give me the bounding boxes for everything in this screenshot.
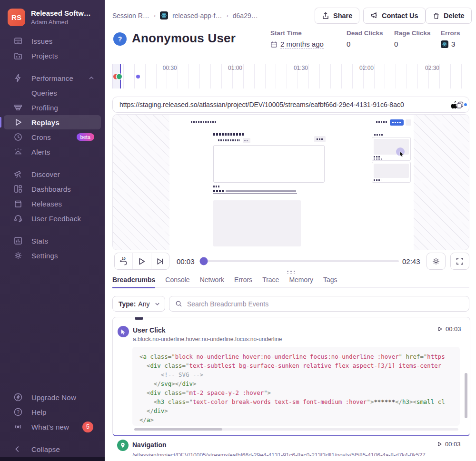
redacted-card (372, 137, 411, 161)
chevron-right-icon: › (226, 12, 228, 19)
code-horizontal-scrollbar[interactable] (134, 428, 458, 431)
mouse-cursor-icon (399, 151, 405, 157)
sidebar-item-stats[interactable]: Stats (4, 234, 101, 248)
redacted-button (314, 136, 326, 142)
dashboards-icon (13, 184, 23, 194)
help-icon: ? (13, 407, 23, 417)
collapse-chevron-icon (13, 445, 23, 453)
redacted-content-box (213, 145, 325, 183)
tab-breadcrumbs[interactable]: Breadcrumbs (112, 276, 155, 288)
sidebar-item-profiling[interactable]: Profiling (4, 100, 101, 115)
replay-url-bar: https://staging.released.so/atlassian/pr… (112, 97, 469, 113)
sidebar-item-user-feedback[interactable]: User Feedback (4, 211, 101, 226)
rewind-10s-button[interactable]: 10 (115, 253, 132, 269)
tab-trace[interactable]: Trace (262, 276, 279, 287)
breadcrumb-project[interactable]: released-app-f… (172, 12, 222, 20)
tab-errors[interactable]: Errors (234, 276, 252, 287)
session-dot[interactable] (117, 74, 122, 79)
fullscreen-button[interactable] (450, 253, 469, 270)
stat-start-time: Start Time 2 months ago (270, 29, 324, 49)
type-filter-dropdown[interactable]: Type: Any (112, 296, 165, 312)
sidebar-item-issues[interactable]: Issues (4, 34, 101, 48)
stats-icon (13, 236, 23, 245)
tab-console[interactable]: Console (165, 276, 189, 287)
sidebar-collapse-button[interactable]: Collapse (4, 442, 101, 456)
user-feedback-icon (13, 214, 23, 223)
redacted-text (218, 139, 240, 141)
beta-badge: beta (77, 133, 94, 141)
event-timestamp-jump[interactable]: 00:03 (437, 325, 461, 333)
navigation-url: /atlassian/project/DEV/10005/streams/eaf… (132, 452, 426, 456)
event-selector: a.block.no-underline.hover:no-underline.… (133, 336, 282, 343)
sidebar-item-dashboards[interactable]: Dashboards (4, 182, 101, 196)
sidebar-item-queries[interactable]: Queries (4, 86, 101, 100)
org-switcher[interactable]: RS Released Softw… Adam Ahmed (8, 9, 98, 26)
current-time: 00:03 (177, 257, 195, 265)
sidebar-item-releases[interactable]: Releases (4, 196, 101, 211)
sidebar-item-help[interactable]: ? Help (4, 405, 101, 419)
replays-icon (13, 118, 23, 127)
sidebar-item-projects[interactable]: Projects (4, 49, 101, 63)
seek-handle[interactable] (200, 257, 208, 265)
sidebar-item-upgrade[interactable]: Upgrade Now (4, 390, 101, 404)
redacted-text (213, 190, 225, 192)
stat-dead-clicks: Dead Clicks 0 (347, 29, 383, 48)
react-project-icon (160, 11, 168, 20)
sidebar-item-performance[interactable]: Performance (4, 71, 101, 85)
event-title[interactable]: Navigation (132, 441, 167, 449)
search-icon (175, 300, 182, 307)
breadcrumb-session[interactable]: Session R… (112, 12, 149, 20)
replay-player-viewport[interactable] (112, 114, 469, 250)
breadcrumb-event-list[interactable]: User Click a.block.no-underline.hover:no… (112, 317, 470, 436)
chevron-down-icon (155, 301, 160, 306)
tab-memory[interactable]: Memory (289, 276, 313, 287)
sidebar: RS Released Softw… Adam Ahmed Issues Pro… (0, 0, 105, 461)
releases-icon (13, 199, 23, 208)
replay-detail-page: RS Released Softw… Adam Ahmed Issues Pro… (0, 0, 476, 461)
redacted-text (213, 186, 220, 187)
seek-bar[interactable] (200, 260, 399, 262)
sidebar-item-whats-new[interactable]: What's new 5 (4, 420, 101, 434)
list-vertical-scrollbar[interactable] (465, 373, 467, 418)
crons-icon (13, 132, 23, 142)
event-html-snippet[interactable]: <a class="block no-underline hover:no-un… (132, 347, 460, 426)
play-small-icon (437, 441, 442, 447)
skip-to-end-button[interactable] (151, 253, 169, 269)
tab-tags[interactable]: Tags (323, 276, 337, 287)
replay-timeline[interactable]: 00:3001:0001:3002:0002:30 (112, 63, 469, 88)
alerts-icon (13, 147, 23, 157)
share-button[interactable]: Share (315, 8, 359, 24)
react-project-icon (441, 40, 448, 48)
sidebar-item-replays[interactable]: Replays (4, 115, 101, 129)
redacted-label (374, 134, 383, 136)
stat-rage-clicks: Rage Clicks 0 (394, 29, 431, 48)
play-small-icon (437, 326, 443, 332)
redacted-card (372, 162, 411, 183)
contact-us-button[interactable]: Contact Us (363, 8, 426, 24)
page-title: Anonymous User (132, 31, 236, 46)
panel-resize-handle[interactable] (286, 270, 296, 274)
sidebar-item-discover[interactable]: Discover (4, 167, 101, 181)
tab-network[interactable]: Network (200, 276, 224, 287)
discover-icon (13, 169, 23, 179)
sidebar-item-settings[interactable]: Settings (4, 248, 101, 263)
detail-tabs: Breadcrumbs Console Network Errors Trace… (112, 276, 469, 288)
click-dot[interactable] (136, 75, 140, 78)
delete-button[interactable]: Delete (426, 8, 472, 24)
navigation-pin-icon (117, 440, 129, 451)
sidebar-item-crons[interactable]: Crons beta (4, 130, 101, 144)
event-title[interactable]: User Click (133, 326, 165, 334)
event-timestamp-jump[interactable]: 00:03 (437, 441, 461, 448)
start-time-value[interactable]: 2 months ago (280, 40, 324, 49)
calendar-icon (270, 41, 278, 48)
errors-value: 3 (451, 40, 455, 48)
player-button-group: 10 (114, 253, 169, 270)
svg-text:?: ? (17, 410, 20, 415)
redacted-chip (243, 138, 250, 143)
play-button[interactable] (132, 253, 151, 269)
svg-text:10: 10 (122, 257, 126, 261)
chevron-right-icon: › (154, 12, 156, 19)
sidebar-item-alerts[interactable]: Alerts (4, 145, 101, 159)
search-input[interactable] (186, 300, 463, 308)
player-settings-button[interactable] (426, 253, 446, 270)
